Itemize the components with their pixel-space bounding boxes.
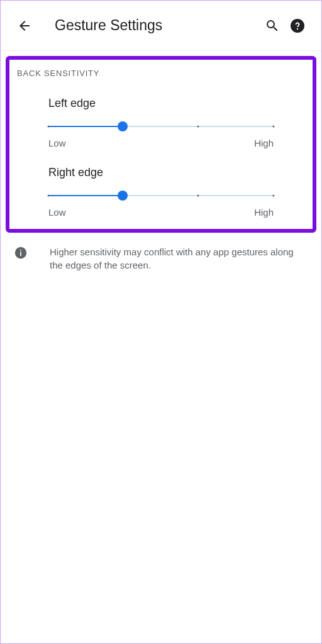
- right-edge-slider[interactable]: [48, 191, 274, 201]
- slider-tick: [273, 195, 275, 197]
- info-text: Higher sensitivity may conflict with any…: [50, 245, 308, 272]
- back-sensitivity-section: BACK SENSITIVITY Left edge Low High Righ…: [6, 56, 316, 233]
- search-icon: [265, 18, 280, 33]
- slider-high-label: High: [254, 207, 274, 218]
- slider-range-labels: Low High: [48, 207, 274, 218]
- info-icon: [14, 247, 27, 259]
- slider-tick: [48, 126, 50, 128]
- slider-tick: [273, 126, 275, 128]
- left-edge-label: Left edge: [48, 97, 274, 110]
- back-arrow-icon: [17, 18, 32, 33]
- left-edge-group: Left edge Low High: [17, 97, 305, 148]
- page-title: Gesture Settings: [55, 17, 260, 34]
- slider-thumb[interactable]: [118, 191, 128, 201]
- svg-rect-2: [20, 252, 21, 256]
- help-icon: [290, 18, 305, 33]
- svg-point-0: [291, 19, 304, 33]
- slider-low-label: Low: [48, 138, 66, 148]
- slider-tick: [197, 126, 199, 128]
- search-button[interactable]: [260, 13, 285, 38]
- section-title: BACK SENSITIVITY: [17, 69, 305, 78]
- slider-fill: [48, 126, 123, 127]
- back-button[interactable]: [12, 13, 37, 38]
- slider-tick: [48, 195, 50, 197]
- left-edge-slider[interactable]: [48, 121, 274, 131]
- slider-high-label: High: [254, 138, 274, 148]
- slider-range-labels: Low High: [48, 138, 274, 148]
- right-edge-label: Right edge: [48, 166, 274, 179]
- slider-fill: [48, 195, 123, 196]
- help-button[interactable]: [285, 13, 310, 38]
- info-section: Higher sensitivity may conflict with any…: [1, 233, 321, 284]
- slider-thumb[interactable]: [118, 121, 128, 131]
- right-edge-group: Right edge Low High: [17, 166, 305, 218]
- slider-low-label: Low: [48, 207, 66, 218]
- svg-rect-3: [20, 250, 21, 251]
- slider-tick: [197, 195, 199, 197]
